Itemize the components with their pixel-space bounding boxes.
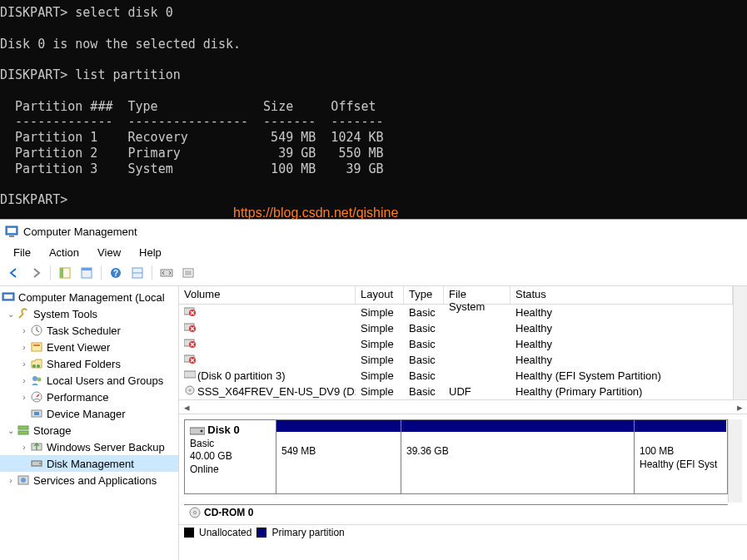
term-line: DISKPART> select disk 0 [0, 5, 173, 20]
partition[interactable]: 39.36 GB [401, 420, 635, 493]
svg-point-47 [201, 429, 203, 432]
tree-local-users[interactable]: › Local Users and Groups [0, 372, 178, 389]
volume-list[interactable]: SimpleBasicHealthySimpleBasicHealthySimp… [179, 305, 733, 399]
term-line: DISKPART> list partition [0, 67, 181, 82]
menu-action[interactable]: Action [41, 245, 87, 260]
tree-services-applications[interactable]: › Services and Applications [0, 472, 178, 488]
partition[interactable]: 100 MBHealthy (EFI Syst [635, 420, 726, 493]
users-icon [30, 374, 43, 387]
expand-icon[interactable]: › [5, 476, 17, 485]
legend-unallocated: Unallocated [199, 527, 251, 538]
tree-shared-folders[interactable]: › Shared Folders [0, 355, 178, 372]
disk-status: Online [190, 463, 219, 475]
disk-icon [190, 426, 205, 436]
properties-button[interactable] [77, 264, 96, 282]
column-volume[interactable]: Volume [179, 286, 356, 304]
tree-windows-server-backup[interactable]: › Windows Server Backup [0, 439, 178, 455]
svg-point-45 [189, 389, 191, 391]
disk-0-label[interactable]: Disk 0 Basic 40.00 GB Online [185, 420, 276, 493]
term-row: Partition 2 Primary 39 GB 550 MB [0, 146, 384, 161]
tree-device-manager[interactable]: Device Manager [0, 405, 178, 422]
tree-root[interactable]: Computer Management (Local [0, 289, 178, 305]
svg-rect-43 [184, 371, 196, 378]
diskpart-terminal[interactable]: DISKPART> select disk 0 Disk 0 is now th… [0, 0, 747, 219]
partition-status: Healthy (EFI Syst [640, 458, 721, 472]
tree-label: Windows Server Backup [47, 441, 165, 453]
vertical-scrollbar[interactable] [733, 286, 747, 399]
vertical-scrollbar[interactable] [728, 419, 742, 503]
expand-icon[interactable]: › [18, 359, 30, 369]
volume-row[interactable]: SimpleBasicHealthy [179, 352, 733, 368]
volume-icon [184, 306, 196, 316]
scroll-right-icon[interactable]: ▸ [732, 401, 747, 414]
svg-rect-19 [32, 343, 42, 351]
menu-view[interactable]: View [89, 245, 129, 260]
expand-icon[interactable]: › [18, 343, 30, 352]
toolbar-separator [101, 265, 102, 280]
column-type[interactable]: Type [404, 286, 444, 304]
tree-storage[interactable]: ⌄ Storage [0, 422, 178, 439]
expand-icon[interactable]: › [18, 443, 30, 452]
svg-text:?: ? [113, 269, 118, 278]
expand-icon[interactable]: › [18, 393, 30, 402]
forward-button[interactable] [27, 264, 45, 282]
event-viewer-icon [30, 340, 43, 354]
volume-row[interactable]: (Disk 0 partition 3)SimpleBasicHealthy (… [179, 368, 733, 384]
svg-rect-6 [82, 268, 92, 270]
view-settings-button[interactable] [128, 264, 147, 282]
partition-header [401, 420, 634, 432]
svg-point-23 [32, 376, 37, 381]
tree-label: Services and Applications [33, 474, 157, 487]
device-manager-icon [30, 407, 43, 420]
tree-performance[interactable]: › Performance [0, 389, 178, 405]
refresh-button[interactable] [157, 264, 176, 282]
navigation-tree[interactable]: Computer Management (Local ⌄ System Tool… [0, 286, 179, 560]
disk-0-partitions: 549 MB39.36 GB100 MBHealthy (EFI Syst [276, 420, 727, 493]
list-button[interactable] [179, 264, 197, 282]
svg-rect-29 [18, 431, 28, 434]
volume-icon [184, 322, 196, 332]
column-layout[interactable]: Layout [356, 286, 404, 304]
volume-row[interactable]: SimpleBasicHealthy [179, 336, 733, 352]
svg-rect-4 [60, 268, 63, 278]
tree-label: Device Manager [47, 408, 126, 420]
horizontal-scrollbar[interactable]: ◂ ▸ [179, 399, 747, 414]
volume-icon [184, 354, 196, 364]
tree-system-tools[interactable]: ⌄ System Tools [0, 305, 178, 322]
disk-0-row[interactable]: Disk 0 Basic 40.00 GB Online 549 MB39.36… [184, 419, 728, 494]
svg-rect-1 [7, 228, 16, 233]
tree-event-viewer[interactable]: › Event Viewer [0, 339, 178, 355]
svg-rect-28 [18, 426, 28, 429]
column-status[interactable]: Status [510, 286, 733, 304]
tree-label: System Tools [33, 308, 97, 320]
term-line: Disk 0 is now the selected disk. [0, 37, 241, 52]
partition-size: 549 MB [281, 445, 396, 458]
cdrom-0-row[interactable]: CD-ROM 0 [184, 504, 728, 519]
unallocated-swatch [184, 528, 194, 538]
column-filesystem[interactable]: File System [444, 286, 510, 304]
tree-disk-management[interactable]: Disk Management [0, 455, 178, 472]
svg-rect-2 [9, 235, 14, 237]
volume-row[interactable]: SimpleBasicHealthy [179, 320, 733, 336]
back-button[interactable] [5, 264, 23, 282]
term-header: Partition ### Type Size Offset [0, 99, 376, 114]
scroll-left-icon[interactable]: ◂ [179, 401, 194, 414]
volume-row[interactable]: SSS_X64FREV_EN-US_DV9 (D:)SimpleBasicUDF… [179, 384, 733, 399]
menu-file[interactable]: File [5, 245, 39, 260]
tree-task-scheduler[interactable]: › Task Scheduler [0, 322, 178, 339]
help-button[interactable]: ? [107, 264, 125, 282]
tree-label: Task Scheduler [47, 325, 121, 337]
menu-help[interactable]: Help [131, 245, 170, 260]
show-hide-tree-button[interactable] [56, 264, 74, 282]
disk-type: Basic [190, 438, 214, 449]
disk-graphical-view[interactable]: Disk 0 Basic 40.00 GB Online 549 MB39.36… [179, 414, 747, 524]
partition[interactable]: 549 MB [276, 420, 401, 493]
collapse-icon[interactable]: ⌄ [5, 310, 17, 319]
collapse-icon[interactable]: ⌄ [5, 426, 17, 435]
primary-swatch [256, 528, 266, 538]
content-pane: Volume Layout Type File System Status Si… [179, 286, 747, 560]
expand-icon[interactable]: › [18, 326, 30, 335]
disc-icon [189, 507, 201, 518]
term-row: Partition 3 System 100 MB 39 GB [0, 161, 384, 176]
expand-icon[interactable]: › [18, 376, 30, 385]
